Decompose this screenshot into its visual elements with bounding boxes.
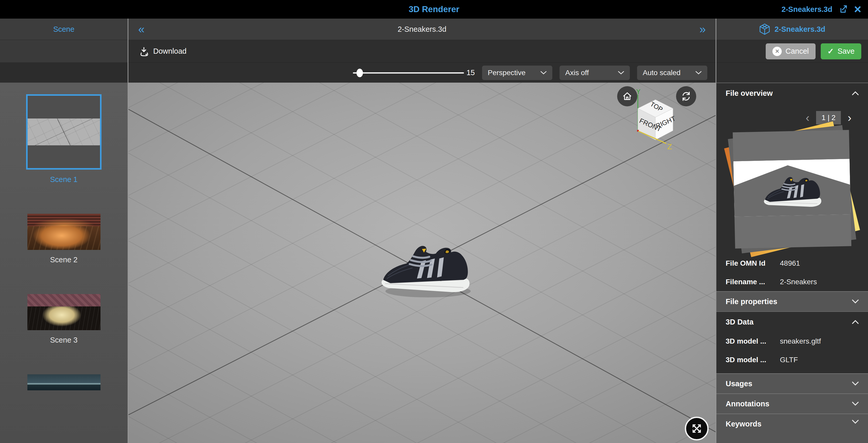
sneaker-model	[381, 246, 469, 292]
field-row: File OMN Id 48961	[716, 254, 868, 273]
sidebar-band	[0, 40, 128, 63]
scene-sidebar: Scene Scene 1 Scene 2 Scene 3	[0, 19, 128, 443]
page-prev-icon[interactable]: ‹	[806, 112, 810, 124]
top-bar: 3D Renderer 2-Sneakers.3d ×	[0, 0, 868, 19]
slider-value: 15	[467, 68, 475, 77]
download-icon	[139, 46, 149, 56]
section-file-overview[interactable]: File overview	[716, 83, 868, 103]
field-row: Filename ... 2-Sneakers	[716, 273, 868, 291]
axis-y-label: Y	[636, 89, 641, 96]
axis-z-label: Z	[667, 142, 672, 151]
check-icon: ✓	[828, 47, 834, 56]
save-button[interactable]: ✓ Save	[821, 43, 861, 59]
navigation-cube[interactable]: Y TOP FRONT RIGHT Z	[629, 89, 697, 162]
scene-item-1[interactable]: Scene 1	[26, 94, 101, 184]
preview-card-front	[733, 130, 851, 248]
section-3d-data[interactable]: 3D Data	[716, 312, 868, 332]
field-row: 3D model ... sneakers.gltf	[716, 332, 868, 350]
panel-file-title: 2-Sneakers.3d	[774, 25, 826, 34]
cancel-button[interactable]: × Cancel	[766, 43, 815, 59]
scene-item-3[interactable]: Scene 3	[27, 294, 100, 344]
axis-select[interactable]: Axis off	[560, 66, 630, 80]
chevron-down-icon	[852, 381, 859, 386]
chevron-up-icon	[852, 320, 859, 324]
field-row: 3D model ... GLTF	[716, 350, 868, 369]
section-file-properties[interactable]: File properties	[716, 291, 868, 311]
scene-4-thumbnail	[27, 374, 100, 390]
download-button[interactable]: Download	[128, 40, 716, 63]
viewer-title: 2-Sneakers.3d	[398, 25, 446, 34]
scene-item-4[interactable]	[27, 374, 100, 390]
section-keywords[interactable]: Keywords	[716, 414, 868, 443]
scale-select[interactable]: Auto scaled	[637, 66, 707, 80]
page-next-icon[interactable]: ›	[847, 112, 851, 124]
scene-2-thumbnail	[27, 214, 100, 250]
ground-grid	[128, 82, 716, 443]
collapse-left-icon[interactable]: «	[138, 24, 145, 35]
close-icon[interactable]: ×	[854, 3, 861, 15]
chevron-down-icon	[852, 420, 859, 424]
open-file-tab[interactable]: 2-Sneakers.3d	[781, 5, 832, 14]
fullscreen-button[interactable]	[685, 417, 709, 440]
expand-right-icon[interactable]: »	[700, 24, 706, 35]
section-usages[interactable]: Usages	[716, 373, 868, 394]
slider-thumb[interactable]	[356, 69, 363, 77]
cube-icon	[759, 23, 770, 35]
share-icon[interactable]	[839, 5, 848, 14]
scene-label: Scene 3	[50, 336, 78, 344]
scene-1-thumbnail	[26, 94, 101, 170]
details-panel: 2-Sneakers.3d × Cancel ✓ Save File overv…	[716, 19, 868, 443]
chevron-down-icon	[695, 71, 702, 75]
sidebar-band	[0, 63, 128, 82]
scene-item-2[interactable]: Scene 2	[27, 214, 100, 264]
sidebar-title: Scene	[0, 19, 128, 40]
zoom-slider[interactable]	[353, 68, 464, 77]
chevron-up-icon	[852, 91, 859, 95]
3d-viewport[interactable]: Y TOP FRONT RIGHT Z	[128, 82, 716, 443]
fullscreen-icon	[691, 423, 703, 434]
scene-3-thumbnail	[27, 294, 100, 330]
app-title: 3D Renderer	[409, 4, 459, 14]
slider-track[interactable]	[353, 72, 464, 74]
cancel-x-icon: ×	[772, 47, 782, 56]
chevron-down-icon	[618, 71, 624, 75]
scene-list: Scene 1 Scene 2 Scene 3	[0, 82, 128, 443]
scene-label: Scene 1	[50, 175, 78, 184]
section-annotations[interactable]: Annotations	[716, 394, 868, 414]
scene-label: Scene 2	[50, 255, 78, 264]
chevron-down-icon	[852, 402, 859, 406]
chevron-down-icon	[852, 300, 859, 304]
camera-projection-select[interactable]: Perspective	[482, 66, 552, 80]
download-label: Download	[153, 47, 187, 56]
chevron-down-icon	[540, 71, 547, 75]
file-preview[interactable]	[734, 131, 850, 247]
